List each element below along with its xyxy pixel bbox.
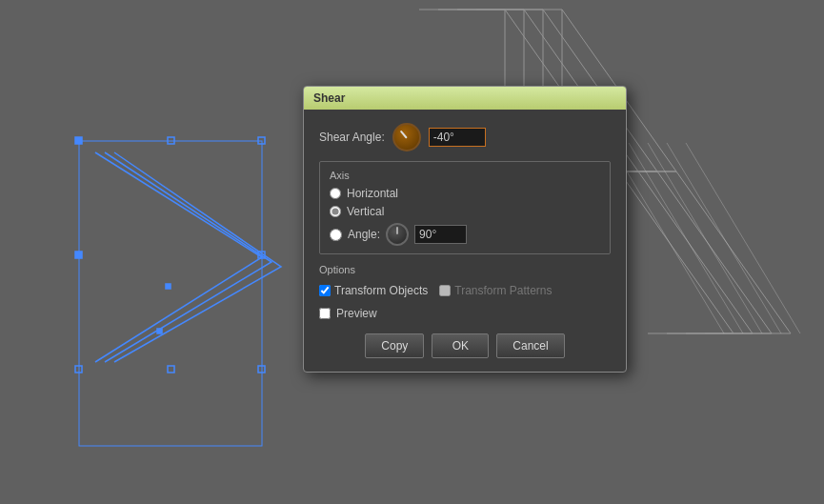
preview-label[interactable]: Preview [336, 307, 377, 320]
dialog-title: Shear [313, 91, 345, 105]
vertical-radio[interactable] [330, 206, 341, 217]
dial-indicator [400, 131, 408, 139]
shear-angle-input[interactable] [429, 128, 486, 147]
transform-patterns-checkbox[interactable] [439, 285, 451, 296]
svg-rect-11 [168, 366, 174, 373]
horizontal-label[interactable]: Horizontal [347, 187, 398, 200]
angle-radio-row: Angle: [330, 223, 600, 246]
svg-rect-8 [75, 252, 82, 258]
transform-objects-checkbox[interactable] [319, 285, 331, 296]
svg-line-18 [667, 143, 781, 333]
transform-objects-item: Transform Objects [319, 284, 428, 297]
axis-section: Axis Horizontal Vertical Angle: [319, 161, 611, 254]
svg-line-16 [629, 143, 743, 333]
horizontal-radio[interactable] [330, 188, 341, 199]
angle-radio[interactable] [330, 229, 342, 241]
shear-dial[interactable] [392, 123, 421, 151]
axis-section-title: Axis [330, 170, 600, 181]
angle-dial[interactable] [386, 223, 409, 246]
options-title: Options [319, 264, 611, 275]
cancel-button[interactable]: Cancel [496, 333, 564, 358]
svg-rect-14 [157, 329, 162, 333]
shear-angle-row: Shear Angle: [319, 123, 611, 151]
horizontal-radio-row: Horizontal [330, 187, 600, 200]
dialog-body: Shear Angle: Axis Horizontal Vertical An… [304, 110, 626, 372]
dialog-titlebar: Shear [304, 87, 626, 110]
vertical-radio-row: Vertical [330, 205, 600, 218]
options-section: Options Transform Objects Transform Patt… [319, 264, 611, 297]
buttons-row: Copy OK Cancel [319, 330, 611, 358]
angle-label[interactable]: Angle: [348, 228, 380, 241]
angle-dial-indicator [396, 227, 398, 234]
vertical-label[interactable]: Vertical [347, 205, 384, 218]
options-checkbox-row: Transform Objects Transform Patterns [319, 284, 611, 297]
angle-input[interactable] [414, 225, 467, 244]
copy-button[interactable]: Copy [365, 333, 424, 358]
svg-line-19 [686, 143, 800, 333]
svg-line-17 [648, 143, 762, 333]
transform-objects-label[interactable]: Transform Objects [334, 284, 428, 297]
transform-patterns-item: Transform Patterns [439, 284, 552, 297]
shear-angle-label: Shear Angle: [319, 131, 385, 144]
ok-button[interactable]: OK [432, 333, 489, 358]
transform-patterns-label[interactable]: Transform Patterns [454, 284, 552, 297]
preview-checkbox[interactable] [319, 308, 331, 319]
preview-row: Preview [319, 307, 611, 320]
shear-dialog: Shear Shear Angle: Axis Horizontal Verti… [303, 86, 627, 373]
svg-rect-5 [75, 137, 82, 144]
svg-rect-13 [166, 284, 171, 289]
